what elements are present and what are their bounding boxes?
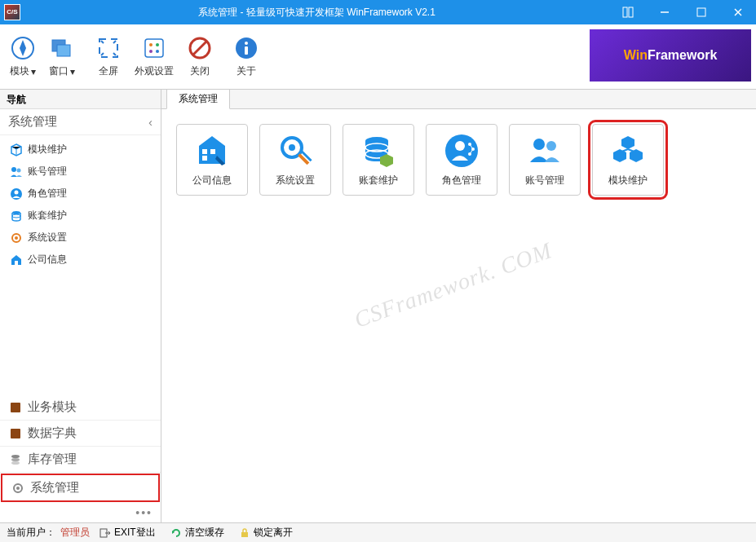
svg-rect-45 <box>298 153 309 165</box>
exit-button[interactable]: EXIT登出 <box>95 526 161 540</box>
acc-body: 模块维护 账号管理 角色管理 账套维护 系统设置 <box>0 135 161 274</box>
svg-rect-41 <box>210 149 215 154</box>
svg-rect-40 <box>202 149 207 154</box>
svg-rect-42 <box>202 156 207 161</box>
svg-point-26 <box>12 211 20 214</box>
fullscreen-button[interactable]: 全屏 <box>89 26 128 87</box>
svg-marker-58 <box>621 136 634 149</box>
toolbar: 模块▾ 窗口▾ 全屏 外观设置 关闭 <box>0 24 756 90</box>
module-label: 模块 <box>10 64 29 78</box>
acc-label: 库存管理 <box>28 452 77 467</box>
card-label: 账号管理 <box>525 174 564 187</box>
card-ledger-maintain[interactable]: 账套维护 <box>343 124 414 196</box>
window-button[interactable]: 窗口▾ <box>42 26 82 87</box>
lock-button[interactable]: 锁定离开 <box>234 526 298 540</box>
module-button[interactable]: 模块▾ <box>3 26 42 87</box>
chevron-down-icon: ▾ <box>31 66 36 77</box>
svg-point-25 <box>15 190 19 194</box>
svg-rect-63 <box>241 532 248 537</box>
acc-label: 数据字典 <box>28 425 77 441</box>
svg-point-12 <box>149 43 153 46</box>
forbidden-icon <box>187 35 213 61</box>
gear-star-icon <box>10 231 23 245</box>
compass-icon <box>10 35 36 61</box>
card-module-maintain[interactable]: 模块维护 <box>592 124 664 196</box>
svg-rect-31 <box>15 261 18 265</box>
nav-ledger-maintain[interactable]: 账套维护 <box>0 205 161 227</box>
title-bar: C/S 系统管理 - 轻量级可快速开发框架 WinFramework V2.1 <box>0 0 756 24</box>
user-label: 当前用户： <box>7 526 55 540</box>
svg-rect-20 <box>245 46 248 55</box>
card-company-info[interactable]: 公司信息 <box>176 124 248 196</box>
exit-label: EXIT登出 <box>114 526 156 540</box>
users-group-icon <box>527 133 563 169</box>
acc-head-business[interactable]: 业务模块 <box>0 394 161 421</box>
nav-module-maintain[interactable]: 模块维护 <box>0 139 161 161</box>
nav-label: 公司信息 <box>28 253 67 267</box>
app-logo: C/S <box>4 4 20 20</box>
brand-win: Win <box>624 48 648 62</box>
appearance-label: 外观设置 <box>135 64 174 78</box>
card-role-manage[interactable]: 角色管理 <box>426 124 497 196</box>
svg-rect-33 <box>11 429 20 438</box>
card-label: 公司信息 <box>192 174 232 187</box>
close-window-button[interactable] <box>719 0 756 24</box>
nav-label: 角色管理 <box>28 187 67 200</box>
svg-rect-32 <box>11 403 20 412</box>
acc-head-inventory[interactable]: 库存管理 <box>0 447 161 473</box>
svg-point-23 <box>17 168 21 172</box>
nav-company-info[interactable]: 公司信息 <box>0 249 161 271</box>
sidebar: 导航 系统管理 模块维护 账号管理 角色管理 <box>0 90 161 522</box>
card-label: 系统设置 <box>276 174 315 187</box>
fullscreen-label: 全屏 <box>99 64 118 78</box>
status-bar: 当前用户： 管理员 EXIT登出 清空缓存 锁定离开 <box>0 522 756 542</box>
windows-icon <box>49 35 75 61</box>
refresh-icon <box>170 527 182 539</box>
svg-point-29 <box>15 236 18 240</box>
window-title: 系统管理 - 轻量级可快速开发框架 WinFramework V2.1 <box>24 6 609 20</box>
card-label: 模块维护 <box>608 174 648 187</box>
nav-role-manage[interactable]: 角色管理 <box>0 183 161 205</box>
snap-button[interactable] <box>609 0 646 24</box>
close-label: 关闭 <box>190 64 210 78</box>
about-label: 关于 <box>237 64 256 78</box>
svg-point-56 <box>533 139 545 150</box>
acc-head-dict[interactable]: 数据字典 <box>0 421 161 447</box>
gear-icon <box>11 481 25 496</box>
maximize-button[interactable] <box>683 0 719 24</box>
svg-point-19 <box>245 42 248 45</box>
tab-strip: 系统管理 <box>161 90 756 109</box>
page: 公司信息 系统设置 账套维护 角色管理 <box>161 109 756 522</box>
svg-rect-9 <box>57 45 70 56</box>
acc-title: 系统管理 <box>8 114 57 130</box>
svg-point-36 <box>11 461 20 465</box>
svg-point-22 <box>11 167 16 172</box>
nav-system-settings[interactable]: 系统设置 <box>0 227 161 249</box>
tab-system-manage[interactable]: 系统管理 <box>166 89 230 109</box>
acc-head-system-manage[interactable]: 系统管理 <box>0 109 161 135</box>
chevron-down-icon: ▾ <box>70 66 75 77</box>
svg-point-35 <box>11 458 20 461</box>
brand-banner: WinFramework <box>590 29 751 82</box>
svg-point-14 <box>149 50 153 53</box>
window-label: 窗口 <box>49 64 69 78</box>
book-icon <box>8 400 23 415</box>
house-icon <box>10 253 23 267</box>
card-label: 角色管理 <box>442 174 481 187</box>
nav-account-manage[interactable]: 账号管理 <box>0 161 161 183</box>
modules-icon <box>610 133 646 169</box>
user-circle-icon <box>10 187 23 200</box>
more-button[interactable]: ••• <box>0 503 161 522</box>
acc-label: 系统管理 <box>30 480 79 496</box>
card-system-settings[interactable]: 系统设置 <box>259 124 331 196</box>
appearance-button[interactable]: 外观设置 <box>128 26 180 87</box>
svg-point-13 <box>156 43 159 46</box>
about-button[interactable]: 关于 <box>227 26 266 87</box>
svg-line-17 <box>193 42 206 55</box>
clear-cache-button[interactable]: 清空缓存 <box>166 526 229 540</box>
minimize-button[interactable] <box>646 0 683 24</box>
card-account-manage[interactable]: 账号管理 <box>509 124 581 196</box>
acc-head-system[interactable]: 系统管理 <box>1 474 160 502</box>
close-button[interactable]: 关闭 <box>180 26 219 87</box>
svg-rect-1 <box>629 7 633 17</box>
